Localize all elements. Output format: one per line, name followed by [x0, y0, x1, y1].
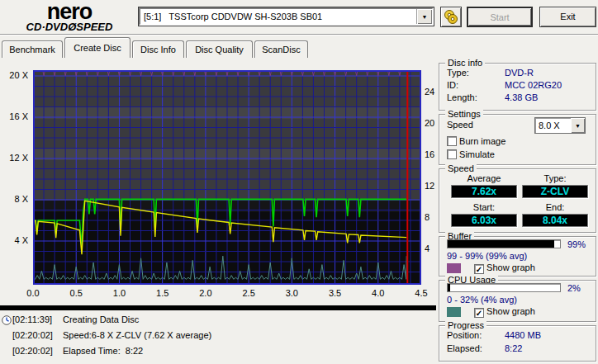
average-label: Average — [451, 173, 517, 183]
checkbox-icon[interactable]: ✓ — [474, 308, 484, 318]
logo-nero-text: nero — [3, 2, 135, 21]
tab-disc-quality[interactable]: Disc Quality — [186, 40, 253, 58]
x-axis-tick: 1.5 — [156, 288, 168, 298]
write-type-display: Z-CLV — [522, 185, 588, 198]
status-time: [02:20:02] — [12, 346, 53, 356]
type-label: Type: — [522, 173, 588, 183]
logo-cdDvdSpeed-text: CD·DVDØSPEED — [3, 21, 135, 32]
status-log-row: [02:20:02]Elapsed Time: 8:22 — [0, 346, 438, 359]
field-value: 4.38 GB — [505, 92, 538, 102]
buffer-color-swatch — [447, 263, 461, 273]
cpu-usage-panel: CPU Usage 2% 0 - 32% (4% avg) ✓ Show gra… — [439, 280, 596, 322]
field-label: Length: — [447, 92, 477, 102]
speed-select-dropdown-button[interactable]: ▼ — [571, 118, 585, 133]
x-axis-tick: 1.0 — [113, 288, 126, 298]
disc-tool-button[interactable] — [440, 7, 462, 27]
left-axis-tick: 12 X — [2, 153, 28, 163]
field-value: 4480 MB — [505, 330, 541, 340]
buffer-panel: Buffer 99% 99 - 99% (99% avg) ✓ Show gra… — [439, 236, 596, 277]
right-axis-tick: 24 — [425, 87, 434, 97]
field-value: MCC 02RG20 — [505, 80, 562, 90]
status-message: Speed:6-8 X Z-CLV (7.62 X average) — [63, 330, 211, 340]
left-axis-tick: 4 X — [2, 235, 28, 245]
x-axis-tick: 2.0 — [199, 288, 211, 298]
x-axis-tick: 4.5 — [415, 288, 427, 298]
chevron-down-icon: ▼ — [422, 14, 428, 20]
buffer-show-graph[interactable]: ✓ Show graph — [474, 262, 535, 274]
discs-icon — [443, 10, 459, 25]
x-axis-tick: 0.0 — [26, 288, 39, 298]
x-axis-tick: 3.0 — [286, 288, 298, 298]
x-axis-tick: 0.5 — [70, 288, 83, 298]
drive-selector-dropdown-button[interactable]: ▼ — [416, 9, 432, 24]
disc-info-title: Disc info — [445, 58, 485, 68]
drive-selector[interactable]: [5:1] TSSTcorp CDDVDW SH-S203B SB01 ▼ — [139, 7, 434, 26]
status-time: [02:11:39] — [12, 314, 52, 324]
right-axis-tick: 8 — [425, 212, 430, 222]
speed-select-value: 8.0 X — [535, 121, 571, 130]
field-value: 8:22 — [505, 343, 522, 353]
disc-glyph-icon: Ø — [68, 21, 76, 33]
checkbox-simulate[interactable]: Simulate — [447, 149, 495, 159]
field-label: ID: — [447, 80, 458, 90]
speed-label: Speed — [447, 120, 473, 130]
cpu-percent: 2% — [567, 283, 581, 293]
speed-panel-title: Speed — [445, 163, 477, 173]
right-axis-tick: 4 — [425, 243, 430, 253]
checkbox-icon[interactable]: ✓ — [474, 264, 484, 274]
speed-select[interactable]: 8.0 X ▼ — [534, 117, 586, 134]
status-message: Elapsed Time: 8:22 — [63, 346, 143, 356]
left-axis-tick: 16 X — [2, 111, 28, 121]
status-log-row: [02:20:02]Speed:6-8 X Z-CLV (7.62 X aver… — [0, 330, 438, 343]
average-speed-display: 7.62x — [451, 185, 517, 198]
status-log-row: [02:11:39]Creating Data Disc — [0, 314, 438, 328]
status-message: Creating Data Disc — [63, 314, 139, 324]
cpu-meter — [447, 283, 561, 292]
speed-panel: Speed Average Type: 7.62x Z-CLV Start: E… — [439, 168, 596, 233]
checkbox-icon[interactable] — [447, 136, 457, 146]
right-axis-tick: 16 — [425, 149, 434, 159]
buffer-percent: 99% — [567, 239, 586, 249]
field-label: Type: — [447, 68, 469, 78]
checkbox-burn-image[interactable]: Burn image — [447, 136, 505, 146]
checkbox-label: Simulate — [457, 149, 495, 159]
tab-bar: BenchmarkCreate DiscDisc InfoDisc Qualit… — [0, 37, 438, 59]
right-axis-tick: 12 — [425, 181, 434, 191]
left-axis-tick: 20 X — [2, 70, 28, 80]
cpu-show-graph[interactable]: ✓ Show graph — [474, 306, 535, 318]
disc-info-panel: Disc info Type:DVD-RID:MCC 02RG20Length:… — [439, 63, 596, 111]
start-speed-display: 6.03x — [451, 214, 517, 227]
progress-title: Progress — [445, 320, 486, 330]
header-separator — [0, 34, 598, 35]
start-button[interactable]: Start — [467, 7, 533, 27]
field-value: DVD-R — [505, 68, 534, 78]
x-axis-tick: 2.5 — [242, 288, 254, 298]
settings-panel: Settings Speed 8.0 X ▼ Burn image Simula… — [439, 114, 596, 165]
checkbox-label: Burn image — [457, 136, 505, 146]
app-logo: nero CD·DVDØSPEED — [3, 2, 135, 32]
x-axis-tick: 4.0 — [372, 288, 384, 298]
tab-create-disc[interactable]: Create Disc — [64, 37, 131, 58]
tab-disc-info[interactable]: Disc Info — [132, 40, 184, 58]
burn-speed-chart — [33, 70, 421, 285]
right-axis-tick: 20 — [425, 118, 434, 128]
field-label: Elapsed: — [447, 343, 482, 353]
tab-scandisc[interactable]: ScanDisc — [254, 40, 308, 58]
x-axis-tick: 3.5 — [329, 288, 341, 298]
progress-panel: Progress Position:4480 MBElapsed:8:22 — [439, 325, 596, 362]
settings-title: Settings — [445, 109, 483, 119]
end-speed-display: 8.04x — [522, 214, 588, 227]
drive-selector-value: [5:1] TSSTcorp CDDVDW SH-S203B SB01 — [140, 12, 416, 21]
start-label: Start: — [451, 202, 517, 212]
buffer-range: 99 - 99% (99% avg) — [447, 251, 527, 261]
left-axis-tick: 8 X — [2, 194, 28, 204]
status-time: [02:20:02] — [12, 330, 53, 340]
checkbox-icon[interactable] — [447, 149, 457, 159]
chart-bottom-divider — [0, 305, 436, 310]
tab-benchmark[interactable]: Benchmark — [2, 40, 63, 58]
buffer-meter — [447, 239, 561, 248]
cpu-color-swatch — [447, 307, 461, 317]
exit-button[interactable]: Exit — [539, 7, 596, 27]
cpu-range: 0 - 32% (4% avg) — [447, 295, 517, 305]
end-label: End: — [522, 202, 588, 212]
